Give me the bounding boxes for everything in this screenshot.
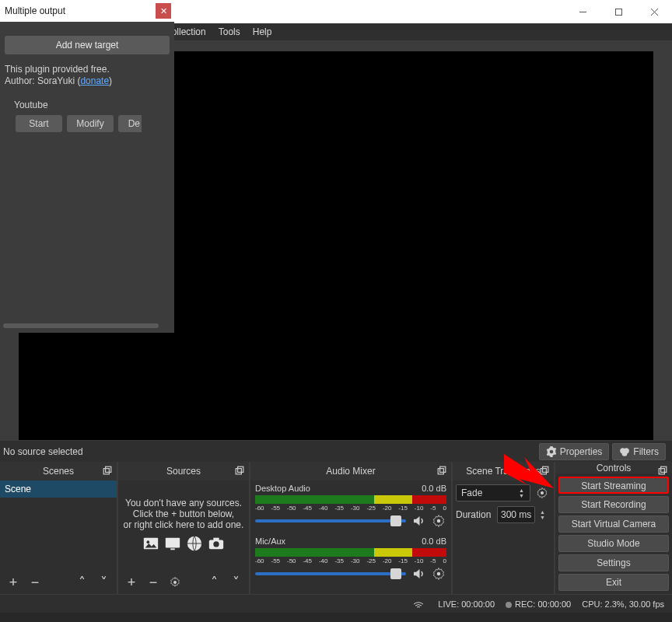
plugin-titlebar[interactable]: Multiple output ✕ [0, 0, 174, 22]
scene-up-button[interactable]: ˄ [73, 574, 90, 591]
target-modify-button[interactable]: Modify [67, 115, 114, 132]
plugin-scrollbar[interactable] [3, 323, 159, 328]
undock-icon[interactable] [658, 466, 669, 477]
sources-empty[interactable]: You don't have any sources. Click the + … [118, 480, 249, 571]
svg-rect-13 [166, 537, 180, 547]
speaker-icon[interactable] [411, 513, 426, 529]
filters-label: Filters [633, 446, 659, 457]
camera-icon [207, 535, 226, 554]
scene-item[interactable]: Scene [0, 480, 117, 498]
close-button[interactable] [636, 0, 672, 23]
no-source-toolbar: No source selected Properties Filters [0, 440, 672, 462]
undock-icon[interactable] [235, 466, 246, 477]
controls-panel: Controls Start Streaming Start Recording… [555, 462, 672, 594]
sources-panel: Sources You don't have any sources. Clic… [118, 462, 249, 594]
minimize-button[interactable] [565, 0, 600, 23]
multiple-output-panel: Multiple output ✕ Add new target This pl… [0, 0, 174, 333]
exit-button[interactable]: Exit [558, 574, 669, 591]
rec-dot-icon [506, 602, 512, 608]
level-meter [255, 494, 446, 504]
channel-settings-icon[interactable] [431, 566, 446, 582]
properties-button[interactable]: Properties [539, 443, 610, 460]
donate-link[interactable]: donate [80, 75, 109, 86]
channel-name: Mic/Aux [255, 536, 285, 546]
plugin-section-youtube: Youtube [14, 100, 170, 110]
svg-point-12 [147, 540, 150, 543]
remove-scene-button[interactable]: − [26, 574, 44, 591]
channel-settings-icon[interactable] [431, 513, 446, 529]
svg-rect-14 [170, 548, 175, 550]
undock-icon[interactable] [540, 466, 551, 477]
add-new-target-button[interactable]: Add new target [5, 36, 170, 54]
svg-rect-7 [103, 469, 109, 474]
meter-ticks: -60-55-50-45-40-35-30-25-20-15-10-50 [255, 557, 446, 564]
audio-mixer-panel: Audio Mixer Desktop Audio 0.0 dB -60-55-… [250, 462, 451, 594]
status-live: LIVE: 00:00:00 [438, 599, 495, 609]
transitions-panel: Scene Transitions Fade ▲▼ Duration 300 m… [453, 462, 554, 594]
svg-rect-17 [213, 537, 219, 540]
no-source-label: No source selected [0, 446, 83, 457]
svg-point-18 [213, 541, 219, 547]
undock-icon[interactable] [437, 466, 448, 477]
filters-button[interactable]: Filters [612, 443, 666, 460]
transition-settings-button[interactable] [534, 484, 551, 501]
plugin-close-button[interactable]: ✕ [156, 3, 171, 19]
scenes-panel: Scenes Scene + − ˄ ˅ [0, 462, 117, 594]
svg-point-26 [541, 491, 544, 494]
channel-level: 0.0 dB [422, 484, 446, 493]
svg-rect-25 [543, 466, 548, 472]
svg-rect-21 [440, 466, 446, 472]
add-source-button[interactable]: + [123, 574, 140, 591]
mixer-channel: Mic/Aux 0.0 dB -60-55-50-45-40-35-30-25-… [255, 536, 446, 582]
plugin-title: Multiple output [5, 5, 65, 16]
level-meter [255, 547, 446, 557]
speaker-icon[interactable] [411, 566, 426, 582]
duration-label: Duration [456, 509, 494, 520]
network-icon [413, 599, 427, 608]
scenes-footer: + − ˄ ˅ [0, 571, 117, 594]
svg-point-19 [173, 581, 177, 584]
svg-point-23 [437, 572, 441, 576]
maximize-button[interactable] [600, 0, 636, 23]
undock-icon[interactable] [103, 466, 114, 477]
meter-ticks: -60-55-50-45-40-35-30-25-20-15-10-50 [255, 505, 446, 512]
source-settings-button[interactable] [166, 574, 184, 591]
scene-down-button[interactable]: ˅ [95, 574, 112, 591]
volume-slider[interactable] [255, 519, 406, 522]
svg-rect-9 [236, 469, 241, 474]
remove-source-button[interactable]: − [145, 574, 162, 591]
bottom-panels: Scenes Scene + − ˄ ˅ Sources You don't h… [0, 462, 672, 594]
image-icon [142, 535, 160, 554]
add-scene-button[interactable]: + [5, 574, 22, 591]
globe-icon [185, 535, 204, 554]
svg-rect-10 [238, 466, 243, 472]
svg-rect-27 [659, 469, 664, 474]
mixer-channel: Desktop Audio 0.0 dB -60-55-50-45-40-35-… [255, 484, 446, 529]
svg-rect-28 [661, 466, 667, 472]
start-recording-button[interactable]: Start Recording [558, 496, 669, 513]
menu-tools[interactable]: Tools [212, 26, 247, 37]
svg-point-22 [437, 519, 441, 523]
target-start-button[interactable]: Start [16, 115, 62, 132]
svg-rect-8 [106, 466, 111, 472]
target-delete-button[interactable]: De [118, 115, 142, 132]
source-down-button[interactable]: ˅ [227, 574, 244, 591]
display-icon [163, 535, 182, 554]
channel-name: Desktop Audio [255, 484, 310, 493]
status-rec: REC: 00:00:00 [515, 599, 571, 609]
volume-slider[interactable] [255, 572, 406, 575]
settings-button[interactable]: Settings [558, 554, 669, 571]
scenes-header: Scenes [0, 462, 117, 480]
transition-select[interactable]: Fade ▲▼ [456, 484, 530, 501]
studio-mode-button[interactable]: Studio Mode [558, 535, 669, 552]
menu-help[interactable]: Help [247, 26, 278, 37]
start-streaming-button[interactable]: Start Streaming [558, 477, 669, 494]
svg-point-6 [622, 450, 628, 456]
status-cpu: CPU: 2.3%, 30.00 fps [582, 599, 664, 609]
status-bar: LIVE: 00:00:00 REC: 00:00:00 CPU: 2.3%, … [0, 594, 672, 613]
properties-label: Properties [560, 446, 603, 457]
start-virtual-camera-button[interactable]: Start Virtual Camera [558, 515, 669, 533]
source-up-button[interactable]: ˄ [205, 574, 222, 591]
duration-input[interactable]: 300 ms [497, 506, 535, 523]
channel-level: 0.0 dB [422, 536, 446, 546]
